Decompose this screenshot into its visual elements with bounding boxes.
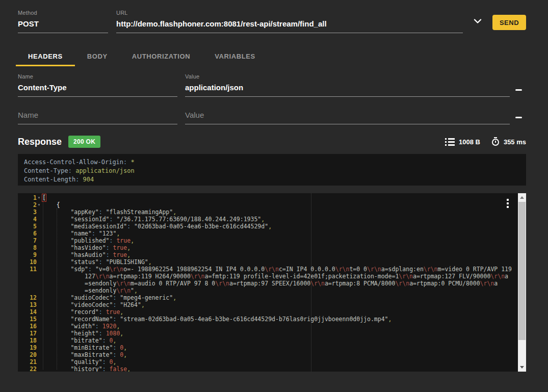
header-name-input-2[interactable]: Name (18, 111, 177, 124)
code-line: 127\r\na=rtpmap:119 H264/90000\r\na=fmtp… (18, 273, 526, 280)
code-line: 7 "published": true, (18, 237, 526, 244)
header-value-input-2[interactable]: Value (185, 111, 510, 124)
minus-icon (515, 117, 522, 118)
header-name-field-2[interactable]: Name (18, 111, 177, 124)
method-field[interactable]: Method POST (18, 10, 108, 33)
code-line: =sendonly\r\n", (18, 287, 526, 294)
tab-variables[interactable]: VARIABLES (202, 48, 268, 66)
tab-authorization[interactable]: AUTHORIZATION (120, 48, 202, 66)
header-name-label-1: Name (18, 73, 177, 80)
code-line: 1▾[ (18, 194, 526, 201)
response-bar: Response 200 OK 1008 B 355 ms (18, 136, 526, 148)
chevron-down-icon[interactable] (474, 17, 482, 26)
response-meta: 1008 B 355 ms (445, 137, 526, 146)
response-headers-block: Access-Control-Allow-Origin: *Content-Ty… (18, 154, 526, 186)
code-line: 19 "minBitrate": 0, (18, 344, 526, 351)
header-value-input-1[interactable]: application/json (185, 83, 510, 97)
code-line: 2▾ { (18, 201, 526, 208)
fold-arrow-icon[interactable]: ▾ (37, 201, 41, 208)
response-time-value: 355 ms (504, 138, 526, 146)
scrollbar-thumb[interactable] (518, 202, 526, 340)
url-history-dropdown[interactable] (463, 10, 492, 26)
vertical-scrollbar[interactable] (518, 193, 526, 372)
response-header-line: Access-Control-Allow-Origin: * (24, 158, 520, 167)
header-value-label-1: Value (185, 73, 510, 80)
code-line: 9 "hasAudio": true, (18, 251, 526, 258)
header-value-field-2[interactable]: Value (185, 111, 510, 124)
code-line: 8 "hasVideo": true, (18, 244, 526, 251)
code-line: 20 "maxBitrate": 0, (18, 351, 526, 358)
code-lines: 1▾[2▾ {3 "appKey": "flashStreamingApp",4… (18, 194, 526, 372)
code-line: 4 "sessionId": "/36.71.175.77:63690/188.… (18, 216, 526, 223)
response-size: 1008 B (445, 138, 480, 146)
list-icon (445, 138, 455, 146)
request-tabs: HEADERS BODY AUTHORIZATION VARIABLES (16, 48, 526, 66)
header-name-field-1[interactable]: Name Content-Type (18, 73, 177, 97)
request-row: Method POST URL http://demo.flashphoner.… (18, 10, 526, 33)
tab-body[interactable]: BODY (75, 48, 120, 66)
code-line: 12 "audioCodec": "mpeg4-generic", (18, 294, 526, 301)
method-value[interactable]: POST (18, 19, 108, 33)
code-line: 10 "status": "PUBLISHING", (18, 258, 526, 266)
minus-icon (515, 89, 522, 91)
stopwatch-icon (491, 137, 500, 146)
response-header-line: Content-Length: 904 (24, 175, 520, 184)
code-line: 6 "name": "123", (18, 230, 526, 237)
code-line: =sendonly\r\nm=audio 0 RTP/AVP 97 8 0\r\… (18, 280, 526, 287)
response-title: Response (18, 137, 62, 147)
header-name-input-1[interactable]: Content-Type (18, 83, 177, 97)
method-label: Method (18, 10, 108, 16)
header-value-field-1[interactable]: Value application/json (185, 73, 510, 97)
response-header-line: Content-Type: application/json (24, 167, 520, 175)
header-row-2: Name Value (18, 111, 526, 124)
code-line: 16 "width": 1920, (18, 323, 526, 330)
rest-client-app: { "colors": { "accent_yellow": "#f2c230"… (0, 0, 548, 392)
url-label: URL (116, 10, 463, 16)
remove-header-button-1[interactable] (511, 84, 526, 96)
code-line: 18 "bitrate": 0, (18, 337, 526, 344)
response-headers-lines: Access-Control-Allow-Origin: *Content-Ty… (24, 158, 520, 184)
response-json-editor[interactable]: 1▾[2▾ {3 "appKey": "flashStreamingApp",4… (18, 193, 526, 372)
code-line: 21 "quality": 0, (18, 358, 526, 365)
code-line: 13 "videoCodec": "H264", (18, 301, 526, 308)
code-line: 22 "history": false, (18, 365, 526, 372)
scroll-up-arrow-icon[interactable] (518, 193, 526, 201)
send-button[interactable]: SEND (492, 15, 526, 30)
url-input[interactable]: http://demo.flashphoner.com:8081/rest-ap… (116, 19, 463, 33)
code-line: 5 "mediaSessionId": "02d63bad-0a05-4ea6-… (18, 223, 526, 230)
fold-arrow-icon[interactable]: ▾ (37, 194, 41, 201)
response-size-value: 1008 B (459, 138, 480, 146)
scroll-down-arrow-icon[interactable] (518, 363, 526, 372)
code-line: 3 "appKey": "flashStreamingApp", (18, 208, 526, 216)
code-line: 14 "record": true, (18, 308, 526, 316)
kebab-menu-icon[interactable] (507, 199, 509, 210)
main-container: Method POST URL http://demo.flashphoner.… (0, 0, 548, 372)
status-badge: 200 OK (68, 136, 100, 148)
response-time: 355 ms (491, 137, 526, 146)
tab-headers[interactable]: HEADERS (16, 48, 75, 66)
code-line: 15 "recordName": "stream-02d63bad-0a05-4… (18, 316, 526, 323)
header-row-1: Name Content-Type Value application/json (18, 73, 526, 97)
url-field[interactable]: URL http://demo.flashphoner.com:8081/res… (116, 10, 463, 33)
code-line: 17 "height": 1080, (18, 330, 526, 337)
remove-header-button-2[interactable] (511, 111, 526, 123)
code-line: 11 "sdp": "v=0\r\no=- 1988962254 1988962… (18, 266, 526, 273)
